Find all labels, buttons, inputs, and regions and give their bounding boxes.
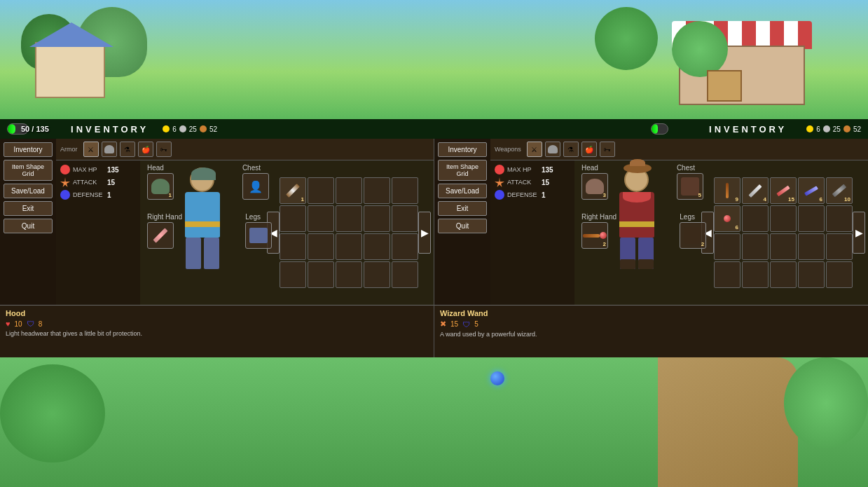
left-grid-cell-3[interactable] [364, 177, 390, 204]
left-grid-cell-15[interactable] [280, 261, 306, 288]
right-apple-icon-tab[interactable]: 🍎 [581, 142, 597, 157]
right-key-icon-tab[interactable]: 🗝 [600, 142, 615, 157]
right-legs-label: Legs [680, 213, 695, 221]
right-exit-btn[interactable]: Exit [438, 201, 487, 216]
right-grid-cell-18[interactable] [798, 261, 825, 288]
potion-icon-tab[interactable]: ⚗ [120, 142, 135, 157]
left-grid-cell-14[interactable] [392, 233, 418, 260]
right-hp-label: MAX HP [507, 166, 539, 173]
right-grid-cell-13[interactable] [798, 233, 825, 260]
left-grid-next[interactable]: ▶ [418, 212, 431, 254]
sword-icon-tab[interactable]: ⚔ [83, 142, 99, 157]
helmet-icon-tab[interactable] [102, 142, 117, 157]
left-chest-slot[interactable]: 👤 [242, 173, 269, 200]
right-grid-next[interactable]: ▶ [853, 212, 865, 254]
right-quit-btn[interactable]: Quit [438, 219, 487, 233]
right-chest-slot[interactable]: 5 [677, 173, 703, 200]
left-head-slot[interactable]: 1 [147, 173, 174, 200]
right-sidebar: Inventory Item Shape Grid Save/Load Exit… [434, 139, 490, 305]
left-grid-cell-0[interactable]: 1 [280, 177, 306, 204]
chest-mini-figure: 👤 [249, 180, 263, 193]
left-grid-cell-9[interactable] [392, 205, 418, 232]
left-rh-slot[interactable] [147, 222, 174, 249]
left-atk-label: ATTACK [73, 179, 104, 186]
right-grid-cell-0[interactable]: 9 [714, 177, 740, 204]
left-grid-cell-18[interactable] [364, 261, 390, 288]
left-item-info: Hood ♥ 10 🛡 8 Light headwear that gives … [0, 305, 434, 357]
right-grid-cell-7[interactable] [770, 205, 797, 232]
left-item-grid: 1 [280, 177, 418, 288]
right-save-load-btn[interactable]: Save/Load [438, 184, 487, 198]
right-righthand-area: Right Hand 2 [581, 213, 616, 222]
right-head-slot[interactable]: 3 [581, 173, 608, 200]
left-grid-cell-8[interactable] [364, 205, 390, 232]
cell-badge-right-1: 4 [764, 196, 766, 203]
right-item-shape-grid-btn[interactable]: Item Shape Grid [438, 160, 487, 181]
right-grid-cell-17[interactable] [770, 261, 797, 288]
right-potion-icon-tab[interactable]: ⚗ [563, 142, 579, 157]
left-grid-cell-7[interactable] [336, 205, 362, 232]
left-grid-cell-1[interactable] [308, 177, 334, 204]
left-save-load-btn[interactable]: Save/Load [4, 184, 53, 198]
right-grid-cell-3[interactable]: 6 [798, 177, 825, 204]
right-rh-slot[interactable]: 2 [581, 222, 608, 249]
left-legs-slot[interactable] [245, 222, 272, 249]
left-def-val: 1 [107, 191, 111, 199]
left-grid-cell-13[interactable] [364, 233, 390, 260]
left-grid-cell-12[interactable] [336, 233, 362, 260]
right-grid-cell-8[interactable] [798, 205, 825, 232]
left-item-stat2: 8 [39, 320, 43, 328]
left-grid-cell-16[interactable] [308, 261, 334, 288]
right-helmet-icon-tab[interactable] [545, 142, 560, 157]
right-grid-cell-12[interactable] [770, 233, 797, 260]
left-exit-btn[interactable]: Exit [4, 201, 53, 216]
defense-icon-right [495, 190, 504, 200]
left-grid-cell-11[interactable] [308, 233, 334, 260]
right-stat-def: DEFENSE 1 [495, 190, 570, 200]
left-item-shape-grid-btn[interactable]: Item Shape Grid [4, 160, 53, 181]
right-grid-cell-5[interactable]: 6 [714, 205, 740, 232]
right-hp-val: 135 [542, 166, 553, 174]
left-stat-hp: MAX HP 135 [60, 165, 136, 174]
key-icon-tab[interactable]: 🗝 [156, 142, 172, 157]
right-grid-cell-19[interactable] [826, 261, 853, 288]
right-def-label: DEFENSE [507, 191, 539, 198]
right-legs-slot[interactable]: 2 [680, 222, 706, 249]
right-grid-cell-9[interactable] [826, 205, 853, 232]
left-grid-cell-5[interactable] [280, 205, 306, 232]
right-grid-cell-11[interactable] [742, 233, 769, 260]
left-grid-cell-2[interactable] [336, 177, 362, 204]
right-char-body [619, 192, 654, 238]
helmet-icon [586, 179, 604, 194]
right-grid-cell-14[interactable] [826, 233, 853, 260]
left-grid-cell-10[interactable] [280, 233, 306, 260]
gold-val-left: 6 [172, 125, 177, 133]
right-grid-cell-10[interactable] [714, 233, 740, 260]
left-grid-cell-4[interactable] [392, 177, 418, 204]
left-stats-panel: MAX HP 135 ATTACK 15 DEFENSE [56, 160, 140, 305]
apple-icon-tab[interactable]: 🍎 [138, 142, 153, 157]
right-sword-icon-tab[interactable]: ⚔ [527, 142, 542, 157]
cell-badge-right-5: 6 [736, 224, 738, 231]
right-grid-cell-6[interactable] [742, 205, 769, 232]
hud-right: 50 / 135 INVENTORY 6 25 52 [651, 123, 861, 135]
right-icon-row: Weapons ⚔ ⚗ 🍎 🗝 [490, 139, 868, 160]
left-grid-cell-17[interactable] [336, 261, 362, 288]
legs-icon [249, 228, 268, 243]
left-rh-label: Right Hand [147, 213, 182, 221]
right-grid-cell-16[interactable] [742, 261, 769, 288]
left-quit-btn[interactable]: Quit [4, 219, 53, 233]
left-grid-cell-6[interactable] [308, 205, 334, 232]
right-inventory-btn[interactable]: Inventory [438, 142, 487, 157]
left-grid-cell-19[interactable] [392, 261, 418, 288]
right-item-name: Wizard Wand [440, 309, 545, 317]
char-body [185, 192, 220, 238]
right-grid-cell-1[interactable]: 4 [742, 177, 769, 204]
right-grid-cell-4[interactable]: 10 [826, 177, 853, 204]
left-inventory-btn[interactable]: Inventory [4, 142, 53, 157]
inventory-area: Inventory Item Shape Grid Save/Load Exit… [0, 139, 868, 357]
silver-val-right: 25 [833, 125, 841, 133]
inventory-title-right: INVENTORY [709, 124, 787, 135]
right-grid-cell-15[interactable] [714, 261, 740, 288]
right-grid-cell-2[interactable]: 15 [770, 177, 797, 204]
